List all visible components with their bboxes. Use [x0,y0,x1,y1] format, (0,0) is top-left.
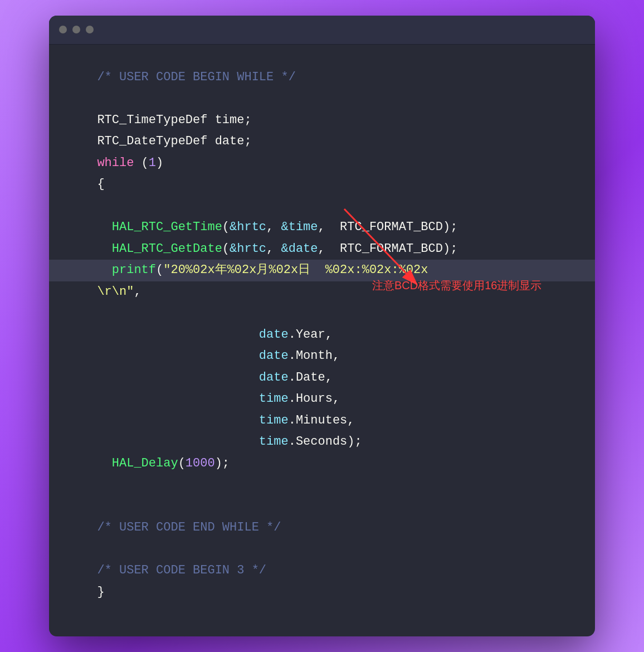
code-line: HAL_RTC_GetTime(&hrtc, &time, RTC_FORMAT… [82,217,562,239]
code-line: RTC_TimeTypeDef time; [82,110,562,132]
code-text: , [333,388,340,410]
code-line: /* USER CODE END WHILE */ [82,517,562,539]
code-text [82,217,112,239]
code-comment: /* USER CODE END WHILE */ [82,517,281,539]
code-text [82,346,259,367]
code-prop: Minutes [296,410,347,432]
minimize-dot [72,26,80,33]
close-dot [59,26,67,33]
code-line: \r\n", [82,281,562,303]
code-line [82,196,562,217]
code-string: \r\n" [82,281,134,303]
code-line [82,88,562,110]
code-text: ( [222,217,230,239]
code-text: , RTC_FORMAT_BCD); [318,217,458,239]
code-line: /* USER CODE BEGIN 3 */ [82,560,562,582]
code-text: , [266,217,281,239]
code-text [82,324,259,346]
code-line [82,303,562,324]
code-function: HAL_Delay [112,453,178,475]
code-function: printf [112,260,156,281]
code-text: ( [156,260,163,281]
code-comment: /* USER CODE BEGIN WHILE */ [82,67,296,89]
code-text: RTC_DateTypeDef date; [82,131,252,153]
code-line: date.Year, [82,324,562,346]
code-param: time [259,410,289,432]
code-text [82,453,112,475]
code-text: . [289,388,296,410]
code-text [82,410,259,432]
code-text: . [289,346,296,367]
code-text: } [82,582,105,604]
code-text: . [289,324,296,346]
code-area: /* USER CODE BEGIN WHILE */ RTC_TimeType… [49,45,595,637]
code-text: . [289,367,296,389]
code-text: ( [134,153,148,174]
code-line: time.Hours, [82,388,562,410]
code-line [82,474,562,496]
code-param: &date [281,239,318,260]
code-prop: Seconds [296,431,347,453]
code-number: 1 [149,153,156,174]
code-line: date.Month, [82,346,562,367]
code-param: time [259,388,289,410]
code-comment: /* USER CODE BEGIN 3 */ [82,560,266,582]
code-text: , [266,239,281,260]
code-param: &time [281,217,318,239]
code-prop: Date [296,367,325,389]
code-text: ( [222,239,230,260]
code-text: , [347,410,354,432]
code-line: while (1) [82,153,562,174]
code-param: &hrtc [230,239,266,260]
code-line-highlighted: printf("20%02x年%02x月%02x日 %02x:%02x:%02x [49,260,595,281]
code-param: date [259,346,289,367]
code-text: . [289,410,296,432]
code-prop: Year [296,324,325,346]
code-line: HAL_RTC_GetDate(&hrtc, &date, RTC_FORMAT… [82,239,562,260]
code-line [82,539,562,561]
code-line: } [82,582,562,604]
code-keyword: while [82,153,134,174]
code-text [82,367,259,389]
code-text: , [134,281,244,303]
maximize-dot [86,26,94,33]
titlebar [49,16,595,45]
code-text: , RTC_FORMAT_BCD); [318,239,458,260]
code-param: time [259,431,289,453]
code-function: HAL_RTC_GetTime [112,217,222,239]
code-text: , [325,324,333,346]
code-text: . [289,431,296,453]
code-text [82,388,259,410]
code-param: date [259,367,289,389]
code-prop: Hours [296,388,333,410]
code-text [82,431,259,453]
code-window: /* USER CODE BEGIN WHILE */ RTC_TimeType… [49,16,595,637]
code-text: ); [347,431,362,453]
code-line: time.Seconds); [82,431,562,453]
code-param: date [259,324,289,346]
code-prop: Month [296,346,333,367]
code-number: 1000 [186,453,215,475]
code-param: &hrtc [230,217,266,239]
code-text: , [333,346,340,367]
code-line [82,496,562,518]
code-function: HAL_RTC_GetDate [112,239,222,260]
code-text: ); [215,453,230,475]
code-text: ) [156,153,163,174]
code-line: time.Minutes, [82,410,562,432]
code-line: { [82,174,562,196]
code-line: date.Date, [82,367,562,389]
code-line: /* USER CODE BEGIN WHILE */ [82,67,562,89]
code-line: HAL_Delay(1000); [82,453,562,475]
code-text: { [82,174,105,196]
code-string: "20%02x年%02x月%02x日 %02x:%02x:%02x [163,260,428,281]
code-text: ( [178,453,186,475]
code-text [82,239,112,260]
code-text: RTC_TimeTypeDef time; [82,110,252,132]
code-text: , [325,367,333,389]
code-line: RTC_DateTypeDef date; [82,131,562,153]
code-text [82,260,112,281]
